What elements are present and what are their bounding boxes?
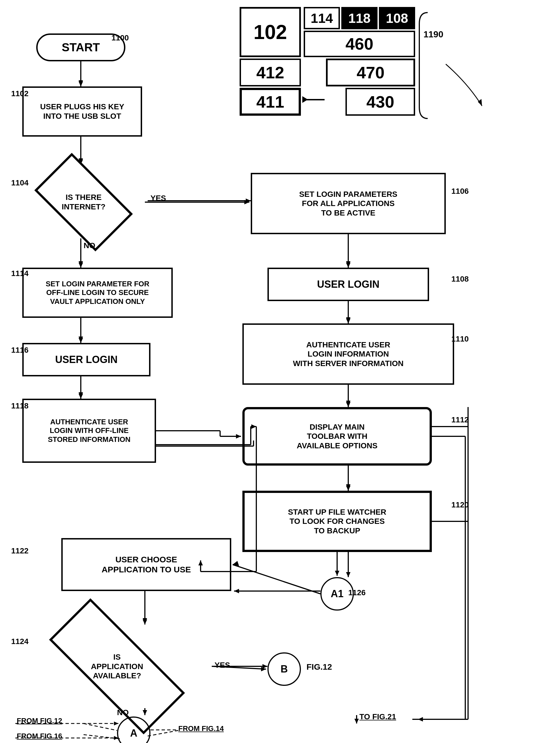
svg-marker-65	[346, 317, 351, 322]
node-b: B	[268, 652, 301, 686]
svg-marker-17	[79, 394, 83, 399]
svg-marker-61	[79, 261, 83, 266]
svg-marker-53	[355, 719, 359, 724]
node-1120: START UP FILE WATCHER TO LOOK FOR CHANGE…	[242, 491, 432, 552]
ref-box-411: 411	[240, 88, 301, 116]
arrow-to-fig21	[348, 714, 365, 725]
svg-marker-63	[346, 261, 351, 266]
node-1102: USER PLUGS HIS KEY INTO THE USB SLOT	[22, 86, 142, 137]
ref-box-118: 118	[341, 7, 377, 29]
svg-marker-55	[79, 80, 83, 85]
node-1106: SET LOGIN PARAMETERS FOR ALL APPLICATION…	[251, 173, 446, 234]
label-1108: 1108	[451, 275, 469, 283]
svg-marker-85	[261, 667, 266, 671]
svg-marker-9	[346, 263, 351, 268]
node-1116: USER LOGIN	[22, 343, 150, 377]
svg-marker-31	[263, 664, 268, 668]
node-1118: AUTHENTICATE USER LOGIN WITH OFF-LINE ST…	[22, 399, 156, 463]
label-1122: 1122	[11, 547, 29, 555]
label-1120: 1120	[451, 500, 469, 509]
dashed-from-fig12	[15, 718, 121, 729]
label-yes-1104: YES	[150, 194, 166, 203]
ref-box-430: 430	[345, 88, 415, 116]
svg-marker-1	[79, 81, 83, 86]
node-1114: SET LOGIN PARAMETER FOR OFF-LINE LOGIN T…	[22, 268, 173, 318]
label-from-fig14: FROM FIG.14	[178, 724, 224, 733]
flowchart-diagram: 102 114 118 108 412 460 411 470	[0, 0, 560, 743]
node-1122: USER CHOOSE APPLICATION TO USE	[61, 538, 231, 591]
ref-bracket	[417, 7, 439, 124]
label-1106: 1106	[451, 187, 469, 196]
svg-marker-69	[79, 337, 83, 342]
node-a1: A1	[320, 577, 354, 611]
ref-box-470: 470	[326, 58, 415, 86]
svg-marker-79	[335, 571, 339, 576]
svg-marker-75	[236, 434, 241, 439]
svg-marker-35	[234, 589, 239, 593]
dashed-from-fig14	[150, 726, 181, 734]
dashed-from-fig16	[15, 734, 121, 742]
svg-marker-59	[244, 200, 249, 204]
svg-marker-5	[246, 199, 251, 203]
ref-arrow-head	[302, 96, 308, 103]
label-yes-1124: YES	[215, 661, 230, 670]
svg-marker-15	[79, 338, 83, 343]
start-node: START	[36, 34, 125, 61]
svg-marker-81	[233, 561, 239, 566]
label-no-1124: NO	[117, 708, 129, 717]
node-1108: USER LOGIN	[268, 268, 429, 301]
svg-marker-93	[478, 99, 482, 106]
svg-marker-77	[346, 484, 351, 489]
ref-box-108: 108	[379, 7, 415, 29]
svg-marker-83	[143, 618, 147, 623]
svg-marker-48	[114, 722, 119, 726]
svg-marker-92	[418, 717, 423, 722]
svg-marker-71	[79, 392, 83, 397]
svg-marker-67	[346, 401, 351, 406]
label-no-1104: NO	[84, 241, 95, 250]
svg-marker-11	[346, 318, 351, 323]
label-fig12-b: FIG.12	[307, 662, 332, 672]
label-1112: 1112	[451, 416, 469, 424]
ref-box-102: 102	[240, 7, 301, 57]
svg-line-80	[233, 565, 320, 594]
svg-marker-29	[143, 619, 147, 624]
ref-box-114: 114	[304, 7, 340, 29]
node-1124: IS APPLICATION AVAILABLE?	[22, 624, 212, 708]
svg-marker-51	[114, 736, 119, 740]
node-1104: IS THERE INTERNET?	[22, 165, 145, 240]
svg-marker-13	[346, 402, 351, 407]
ref-box-412: 412	[240, 58, 301, 86]
ref-box-460: 460	[304, 31, 415, 57]
node-1110: AUTHENTICATE USER LOGIN INFORMATION WITH…	[242, 323, 454, 385]
svg-marker-25	[346, 486, 351, 491]
svg-marker-7	[79, 263, 83, 268]
svg-marker-27	[346, 572, 351, 577]
node-1112: DISPLAY MAIN TOOLBAR WITH AVAILABLE OPTI…	[242, 407, 432, 466]
